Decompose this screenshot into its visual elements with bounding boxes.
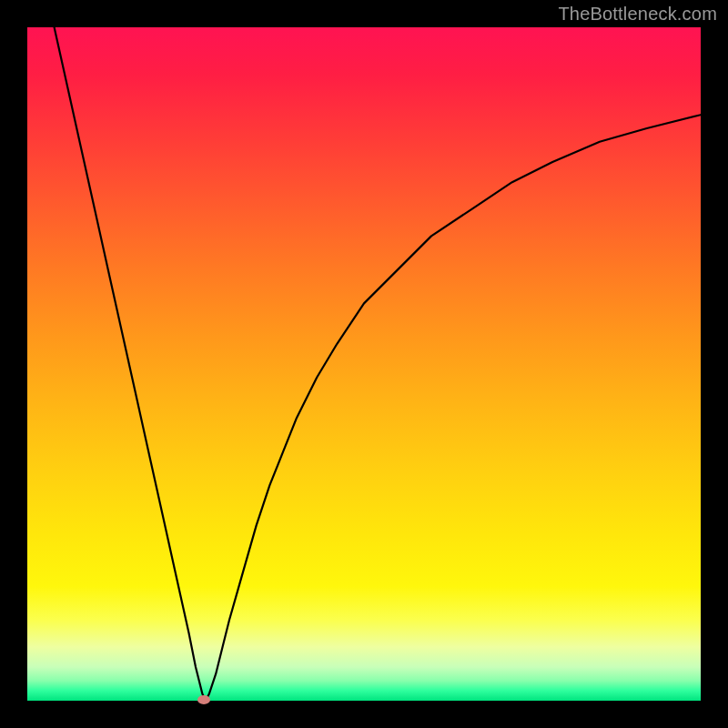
plot-area [27, 27, 701, 701]
optimum-marker [197, 695, 210, 704]
bottleneck-curve [27, 27, 701, 701]
watermark-text: TheBottleneck.com [558, 4, 717, 25]
chart-frame: TheBottleneck.com [0, 0, 728, 728]
